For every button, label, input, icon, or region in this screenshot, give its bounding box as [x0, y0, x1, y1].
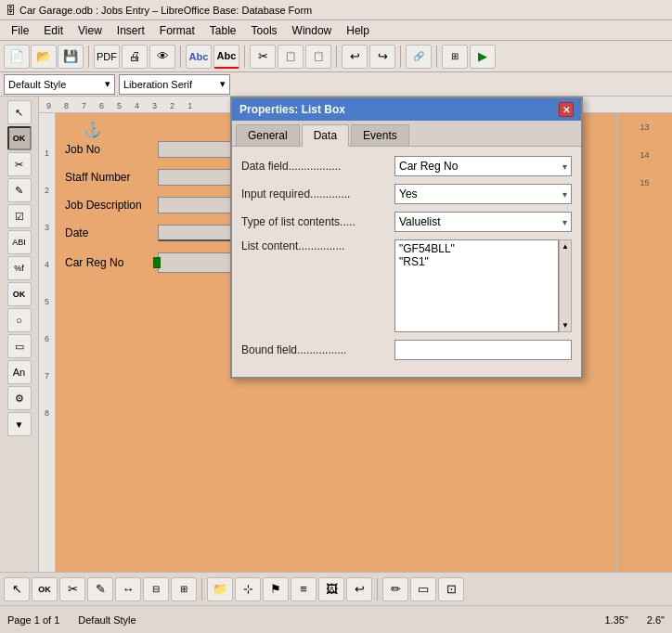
label-jobdesc: Job Description	[65, 199, 158, 212]
listbox-carregno[interactable]	[158, 252, 241, 273]
font-value: Liberation Serif	[123, 79, 192, 90]
vertical-ruler: 1 2 3 4 5 6 7 8	[39, 113, 56, 588]
tab-general[interactable]: General	[236, 124, 300, 146]
gear-tool[interactable]: ⚙	[7, 386, 32, 410]
properties-dialog: Properties: List Box ✕ General Data Even…	[230, 97, 583, 379]
status-page: Page 1 of 1	[7, 614, 59, 626]
print-btn[interactable]: 🖨	[122, 45, 148, 69]
dialog-title-text: Properties: List Box	[239, 103, 345, 116]
input-jobno[interactable]	[158, 141, 241, 158]
scroll-down[interactable]: ▼	[560, 319, 571, 331]
bottom-flag-btn[interactable]: ⚑	[263, 577, 289, 601]
tab-events[interactable]: Events	[351, 124, 409, 146]
prop-value-boundfield[interactable]	[394, 340, 572, 360]
bottom-align-btn[interactable]: ⊞	[171, 577, 197, 601]
abc2-btn[interactable]: Abc	[213, 45, 239, 69]
prop-row-boundfield: Bound field................	[241, 340, 572, 360]
list-scrollbar[interactable]: ▲ ▼	[559, 239, 572, 332]
circle-tool[interactable]: ○	[7, 308, 32, 332]
dialog-close-button[interactable]: ✕	[559, 102, 574, 117]
bottom-select-btn[interactable]: ↖	[4, 577, 30, 601]
menu-view[interactable]: View	[71, 22, 110, 39]
bottom-rect2-btn[interactable]: ▭	[410, 577, 436, 601]
preview-btn[interactable]: 👁	[149, 45, 175, 69]
rect-tool[interactable]: ▭	[7, 334, 32, 358]
list-item[interactable]: "RS1"	[399, 255, 554, 268]
select-tool[interactable]: ↖	[7, 100, 32, 124]
bottom-pointer-btn[interactable]: ⊹	[235, 577, 261, 601]
checkbox-tool[interactable]: ☑	[7, 204, 32, 228]
bottom-last-btn[interactable]: ⊡	[438, 577, 464, 601]
label-carregno: Car Reg No	[65, 256, 158, 269]
sep1	[88, 45, 89, 68]
font-dropdown-arrow[interactable]: ▾	[220, 78, 226, 90]
prop-label-listtype: Type of list contents.....	[241, 215, 394, 228]
ok-tool[interactable]: OK	[7, 126, 32, 150]
menu-table[interactable]: Table	[202, 22, 244, 39]
prop-datafield-arrow[interactable]: ▾	[562, 161, 567, 172]
list-content-area[interactable]: "GF54BLL" "RS1"	[394, 239, 559, 332]
tab-data[interactable]: Data	[302, 124, 349, 147]
bottom-tab-btn[interactable]: ⊟	[143, 577, 169, 601]
prop-listtype-arrow[interactable]: ▾	[562, 217, 567, 227]
prop-value-inputrequired[interactable]: Yes ▾	[394, 184, 572, 204]
bottom-img-btn[interactable]: 🖼	[318, 577, 344, 601]
prop-label-boundfield: Bound field................	[241, 343, 394, 356]
table-btn[interactable]: ⊞	[442, 45, 468, 69]
menu-window[interactable]: Window	[285, 22, 340, 39]
input-date[interactable]	[158, 225, 241, 241]
scroll-up[interactable]: ▲	[560, 240, 571, 252]
prop-value-listtype[interactable]: Valuelist ▾	[394, 212, 572, 232]
ok2-tool[interactable]: OK	[7, 282, 32, 306]
input-staffnumber[interactable]	[158, 169, 241, 186]
font-selector[interactable]: Liberation Serif ▾	[119, 74, 230, 95]
save-btn[interactable]: 💾	[58, 45, 84, 69]
input-jobdesc[interactable]	[158, 197, 241, 213]
scissors-tool[interactable]: ✂	[7, 152, 32, 176]
status-style: Default Style	[78, 614, 136, 626]
cut-btn[interactable]: ✂	[250, 45, 276, 69]
paste-btn[interactable]: 📋	[305, 45, 331, 69]
new-btn[interactable]: 📄	[4, 45, 30, 69]
bottom-edit-btn[interactable]: ✎	[87, 577, 113, 601]
undo-btn[interactable]: ↩	[342, 45, 368, 69]
run-btn[interactable]: ▶	[470, 45, 496, 69]
bottom-toolbar: ↖ OK ✂ ✎ ↔ ⊟ ⊞ 📁 ⊹ ⚑ ≡ 🖼 ↩ ✏ ▭ ⊡	[0, 572, 672, 605]
bottom-list-btn[interactable]: ≡	[291, 577, 317, 601]
abc1-btn[interactable]: Abc	[186, 45, 212, 69]
menu-help[interactable]: Help	[339, 22, 377, 39]
pdf-btn[interactable]: PDF	[94, 45, 120, 69]
bottom-undo2-btn[interactable]: ↩	[346, 577, 372, 601]
abi-tool[interactable]: ABI	[7, 230, 32, 254]
label-jobno: Job No	[65, 143, 158, 156]
prop-row-inputrequired: Input required............. Yes ▾	[241, 184, 572, 204]
menu-edit[interactable]: Edit	[36, 22, 71, 39]
edit-tool[interactable]: ✎	[7, 178, 32, 202]
menu-file[interactable]: File	[4, 22, 36, 39]
bottom-draw-btn[interactable]: ✏	[382, 577, 408, 601]
text-tool[interactable]: An	[7, 360, 32, 384]
more-tool[interactable]: ▼	[7, 412, 32, 436]
menu-format[interactable]: Format	[152, 22, 202, 39]
bottom-move-btn[interactable]: ↔	[115, 577, 141, 601]
menu-insert[interactable]: Insert	[110, 22, 152, 39]
copy-btn[interactable]: 📋	[278, 45, 304, 69]
bottom-ok-btn[interactable]: OK	[32, 577, 58, 601]
prop-inputrequired-arrow[interactable]: ▾	[562, 189, 567, 200]
bottom-folder-btn[interactable]: 📁	[207, 577, 233, 601]
list-item[interactable]: "GF54BLL"	[399, 242, 554, 255]
bottom-scissors-btn[interactable]: ✂	[59, 577, 85, 601]
percent-tool[interactable]: %f	[7, 256, 32, 280]
menu-tools[interactable]: Tools	[244, 22, 285, 39]
hyperlink-btn[interactable]: 🔗	[406, 45, 432, 69]
style-selector[interactable]: Default Style ▾	[4, 74, 115, 95]
label-date: Date	[65, 226, 158, 239]
open-btn[interactable]: 📂	[31, 45, 57, 69]
menu-bar: File Edit View Insert Format Table Tools…	[0, 20, 672, 41]
redo-btn[interactable]: ↪	[369, 45, 395, 69]
prop-row-datafield: Data field................. Car Reg No ▾	[241, 156, 572, 176]
style-dropdown-arrow[interactable]: ▾	[105, 78, 110, 90]
title-bar: 🗄 Car Garage.odb : Jobs Entry – LibreOff…	[0, 0, 672, 20]
handle-left-bottom[interactable]	[153, 261, 161, 268]
prop-value-datafield[interactable]: Car Reg No ▾	[394, 156, 572, 176]
